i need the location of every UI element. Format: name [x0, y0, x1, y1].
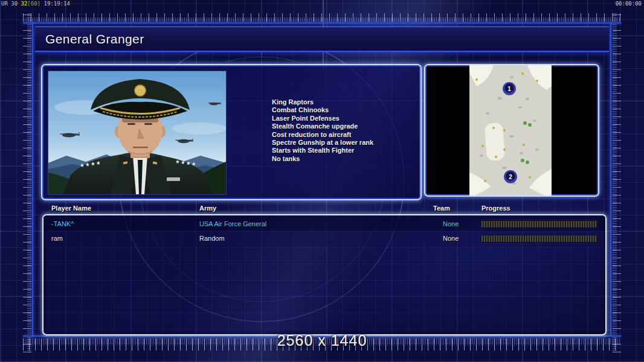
ability-item: King Raptors [272, 98, 373, 106]
fps-value: 32 [21, 1, 28, 7]
frame-line-left [32, 22, 33, 337]
column-header-player-name: Player Name [51, 205, 91, 212]
ability-item: Stealth Comanche upgrade [272, 122, 373, 130]
fps-debug-readout: UR 30 32[60] 19:19:14 [1, 1, 70, 7]
frame-line-right [610, 22, 611, 337]
fps-prefix: UR 30 [1, 1, 18, 7]
frame-ruler-right [613, 13, 621, 352]
page-title: General Granger [45, 32, 144, 46]
start-position-marker-2: 2 [504, 170, 517, 183]
player-progress-fill [481, 221, 597, 227]
player-name: -TANK^ [51, 220, 74, 227]
player-army: Random [199, 235, 225, 242]
resolution-label: 2560 x 1440 [0, 332, 644, 349]
frame-ruler-left [23, 13, 31, 352]
frame-line-top [23, 22, 621, 24]
ability-item: Combat Chinooks [272, 106, 373, 114]
ability-item: No tanks [272, 155, 373, 163]
player-progress-bar [480, 235, 598, 243]
player-team: None [443, 235, 459, 242]
player-list-panel: -TANK^ USA Air Force General None ram Ra… [42, 214, 607, 335]
general-portrait-image [48, 71, 226, 194]
loading-screen: UR 30 32[60] 19:19:14 00:00:00 General G… [0, 0, 644, 362]
player-progress-bar [480, 220, 598, 228]
match-timer: 00:00:00 [616, 1, 642, 7]
table-row: -TANK^ USA Air Force General None [43, 217, 605, 231]
ability-item: Spectre Gunship at a lower rank [272, 139, 373, 147]
ability-item: Cost reduction to aircraft [272, 131, 373, 139]
general-portrait [48, 71, 227, 195]
general-info-panel: King RaptorsCombat ChinooksLaser Point D… [41, 64, 422, 200]
player-team: None [443, 220, 459, 227]
player-army: USA Air Force General [199, 220, 266, 227]
map-preview-panel: 1 2 [424, 64, 599, 197]
player-table-header: Player NameArmyTeamProgress [0, 205, 644, 214]
player-list-body: -TANK^ USA Air Force General None ram Ra… [43, 217, 605, 246]
fps-cap: [60] [27, 1, 40, 7]
clock-readout: 19:19:14 [43, 1, 69, 7]
frame-ruler-top [23, 13, 621, 22]
map-thumbnail: 1 2 [469, 65, 552, 195]
column-header-progress: Progress [481, 205, 510, 212]
player-name: ram [51, 235, 63, 242]
ability-item: Starts with Stealth Fighter [272, 147, 373, 154]
title-bar: General Granger [35, 27, 609, 52]
table-row: ram Random None [43, 231, 605, 246]
column-header-team: Team [433, 205, 450, 212]
player-progress-fill [481, 235, 597, 242]
ability-item: Laser Point Defenses [272, 115, 373, 122]
abilities-list: King RaptorsCombat ChinooksLaser Point D… [272, 98, 373, 163]
column-header-army: Army [199, 205, 216, 212]
start-position-marker-1: 1 [503, 82, 516, 95]
